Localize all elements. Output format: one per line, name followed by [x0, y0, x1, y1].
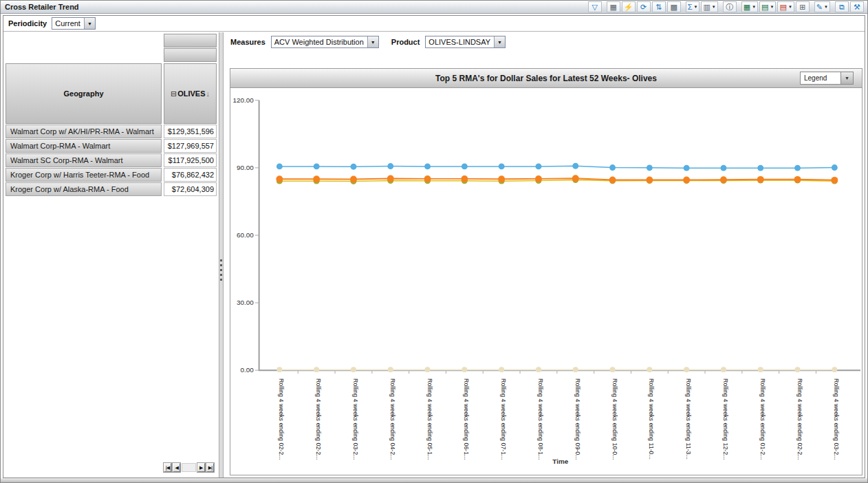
- measures-select[interactable]: ACV Weighted Distribution ▼: [271, 36, 379, 48]
- toolbar-info-button[interactable]: ⓘ: [723, 1, 737, 12]
- toolbar-export-powerpoint-button[interactable]: ▤▼: [777, 1, 794, 12]
- data-point: [499, 163, 505, 169]
- toolbar-conditional-format-button[interactable]: ▩: [667, 1, 681, 12]
- olives-column-header[interactable]: ⊟ OLIVES ↓: [164, 63, 217, 124]
- data-point: [462, 163, 468, 169]
- toolbar-view-layout-button[interactable]: ▥▼: [701, 1, 717, 12]
- data-point: [609, 177, 616, 184]
- toolbar-quick-calc-button[interactable]: ⚡: [622, 1, 636, 12]
- data-point: [276, 175, 283, 182]
- title-bar: Cross Retailer Trend ▽▦⚡⟳⇅▩Σ▼▥▼ⓘ▦▼▤▼▤▼⊞✎…: [1, 1, 867, 14]
- toolbar-refresh-button[interactable]: ⟳: [637, 1, 651, 12]
- content-frame: Periodicity Current ▼ Geography ⊟ OLIVES…: [3, 15, 865, 478]
- chevron-down-icon[interactable]: ▼: [494, 36, 505, 47]
- x-tick-label: Rolling 4 weeks ending 11-0...: [648, 378, 655, 460]
- value-cell: $76,862,432: [164, 168, 217, 182]
- edit-icon: ✎: [816, 3, 823, 11]
- product-select[interactable]: OLIVES-LINDSAY ▼: [425, 36, 506, 48]
- collapse-icon[interactable]: ⊟: [171, 89, 177, 98]
- toolbar-sort-button[interactable]: ⇅: [652, 1, 666, 12]
- data-point: [499, 367, 504, 372]
- toolbar-design-tools-button[interactable]: ⚒: [850, 1, 864, 12]
- filter-icon: ▽: [592, 3, 597, 11]
- export-excel-grid-chevron-down-icon[interactable]: ▼: [752, 5, 756, 9]
- data-point: [794, 176, 801, 183]
- pager-track: [182, 463, 195, 472]
- x-tick-label: Rolling 4 weeks ending 03-2...: [833, 378, 840, 460]
- sigma-functions-chevron-down-icon[interactable]: ▼: [693, 5, 697, 9]
- value-cell: $129,351,596: [164, 125, 217, 138]
- data-point: [572, 163, 578, 169]
- x-tick-label: Rolling 4 weeks ending 10-0...: [611, 378, 618, 460]
- geography-cell[interactable]: Kroger Corp w/ Harris Teeter-RMA - Food: [6, 168, 162, 182]
- view-layout-icon: ▥: [703, 3, 710, 11]
- data-point: [610, 367, 616, 372]
- data-point: [794, 165, 801, 171]
- data-point: [314, 163, 320, 169]
- toolbar-filter-button[interactable]: ▽: [588, 1, 602, 12]
- toolbar-sigma-functions-button[interactable]: Σ▼: [686, 1, 700, 12]
- edit-chevron-down-icon[interactable]: ▼: [824, 5, 828, 9]
- periodicity-bar: Periodicity Current ▼: [3, 16, 865, 32]
- data-point: [351, 164, 357, 170]
- y-tick-label: 0.00: [240, 366, 254, 374]
- x-axis-title: Time: [552, 458, 568, 465]
- refresh-icon: ⟳: [640, 3, 647, 11]
- toolbar-copy-button[interactable]: ⧉: [835, 1, 849, 12]
- data-point: [536, 163, 542, 169]
- sort-descending-icon[interactable]: ↓: [206, 89, 210, 98]
- pager-last-button[interactable]: ▶|: [206, 463, 214, 472]
- panel-splitter[interactable]: [219, 32, 224, 477]
- pager-first-button[interactable]: |◀: [164, 463, 171, 472]
- pager-prev-button[interactable]: ◀: [173, 463, 180, 472]
- grid-corner-cell-2: [164, 48, 217, 62]
- toolbar-report-options-button[interactable]: ⊞: [796, 1, 810, 12]
- chevron-down-icon[interactable]: ▼: [84, 18, 95, 29]
- data-point: [721, 367, 726, 372]
- data-point: [720, 165, 726, 171]
- chart-container: Top 5 RMA's for Dollar Sales for Latest …: [230, 68, 862, 475]
- export-excel-report-chevron-down-icon[interactable]: ▼: [770, 5, 774, 9]
- toolbar-edit-button[interactable]: ✎▼: [814, 1, 830, 12]
- data-point: [425, 367, 431, 372]
- splitter-grip-icon: [220, 259, 222, 281]
- data-point: [572, 175, 579, 182]
- x-tick-label: Rolling 4 weeks ending 11-3...: [685, 378, 692, 460]
- data-point: [757, 176, 764, 183]
- data-point: [684, 165, 690, 171]
- geography-cell[interactable]: Walmart Corp-RMA - Walmart: [6, 139, 162, 153]
- data-point: [647, 164, 653, 171]
- chart-title: Top 5 RMA's for Dollar Sales for Latest …: [435, 74, 657, 83]
- data-point: [684, 367, 689, 372]
- geography-cell[interactable]: Walmart Corp w/ AK/HI/PR-RMA - Walmart: [6, 125, 162, 138]
- chart-body: 0.0030.0060.0090.00120.00Rolling 4 weeks…: [230, 88, 862, 475]
- data-point: [757, 165, 763, 171]
- export-powerpoint-chevron-down-icon[interactable]: ▼: [788, 5, 792, 9]
- pager-next-button[interactable]: ▶: [197, 463, 205, 472]
- periodicity-select[interactable]: Current ▼: [52, 17, 96, 30]
- page-title: Cross Retailer Trend: [1, 3, 79, 11]
- legend-chevron-down-icon[interactable]: ▼: [841, 72, 854, 85]
- table-totals-icon: ▦: [609, 3, 616, 11]
- value-cell: $72,604,309: [164, 182, 217, 196]
- toolbar-table-totals-button[interactable]: ▦: [607, 1, 620, 12]
- legend-dropdown[interactable]: Legend: [800, 72, 841, 85]
- data-point: [388, 367, 393, 372]
- chart-header: Top 5 RMA's for Dollar Sales for Latest …: [230, 69, 862, 88]
- olives-header-label: OLIVES: [177, 89, 205, 98]
- view-layout-chevron-down-icon[interactable]: ▼: [712, 5, 716, 9]
- x-tick-label: Rolling 4 weeks ending 09-0...: [574, 378, 581, 460]
- geography-cell[interactable]: Kroger Corp w/ Alaska-RMA - Food: [6, 182, 162, 196]
- chevron-down-icon[interactable]: ▼: [367, 36, 378, 47]
- toolbar-export-excel-report-button[interactable]: ▤▼: [759, 1, 776, 12]
- conditional-format-icon: ▩: [670, 3, 677, 11]
- periodicity-label: Periodicity: [8, 19, 47, 28]
- window-bottom-edge: [1, 478, 867, 482]
- x-tick-label: Rolling 4 weeks ending 04-2...: [389, 378, 396, 460]
- table-row: Walmart Corp-RMA - Walmart$127,969,557: [6, 139, 217, 153]
- measures-value: ACV Weighted Distribution: [272, 36, 367, 47]
- toolbar-export-excel-grid-button[interactable]: ▦▼: [741, 1, 758, 12]
- app-window: Cross Retailer Trend ▽▦⚡⟳⇅▩Σ▼▥▼ⓘ▦▼▤▼▤▼⊞✎…: [0, 0, 868, 483]
- geography-column-header[interactable]: Geography: [6, 63, 162, 124]
- geography-cell[interactable]: Walmart SC Corp-RMA - Walmart: [6, 153, 162, 167]
